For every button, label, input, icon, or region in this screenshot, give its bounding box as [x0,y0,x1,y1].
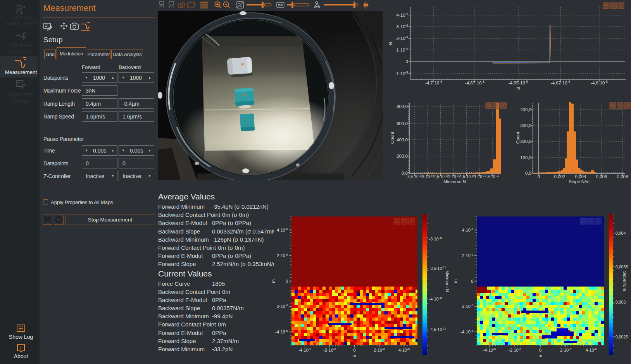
svg-text:-2·10-6: -2·10-6 [509,347,521,352]
svg-text:400,0: 400,0 [397,137,408,142]
svg-text:0,004: 0,004 [615,231,626,235]
svg-text:Minimum N: Minimum N [443,179,466,184]
svg-text:2·10-6: 2·10-6 [374,347,385,352]
svg-text:0: 0 [286,279,288,283]
svg-text:4·10-6: 4·10-6 [462,227,474,232]
svg-text:2·10-6: 2·10-6 [277,253,288,258]
svg-text:0,0: 0,0 [525,171,531,175]
svg-text:-4·10-6: -4·10-6 [298,347,311,352]
svg-text:Slope N/m: Slope N/m [569,179,590,184]
svg-text:2·10-6: 2·10-6 [462,253,474,258]
svg-text:m: m [271,279,276,283]
svg-text:200,0: 200,0 [520,139,531,144]
svg-text:4·10-6: 4·10-6 [398,347,410,352]
svg-text:3·10-9: 3·10-9 [397,24,409,29]
svg-text:m: m [453,279,458,283]
svg-text:-2·10-6: -2·10-6 [460,304,473,309]
svg-text:4·10-6: 4·10-6 [586,347,597,352]
svg-text:-4·10-6: -4·10-6 [483,347,496,352]
svg-text:0: 0 [471,279,473,283]
svg-text:-4·10-11: -4·10-11 [429,296,443,301]
svg-text:400,0: 400,0 [520,107,531,112]
svg-text:0,003: 0,003 [615,300,626,304]
svg-text:100,0: 100,0 [520,155,531,160]
svg-text:-4,7·10-5: -4,7·10-5 [425,80,442,85]
svg-text:0,0025: 0,0025 [615,335,628,339]
svg-text:m: m [352,353,356,358]
svg-text:-4,5·10-11: -4,5·10-11 [429,327,446,332]
svg-text:-2·10-6: -2·10-6 [275,304,288,309]
svg-text:1·10-9: 1·10-9 [397,47,409,52]
svg-text:4·10-6: 4·10-6 [277,227,288,232]
svg-text:-4·10-6: -4·10-6 [460,329,473,334]
svg-text:N: N [388,42,393,45]
svg-text:-3·10-11: -3·10-11 [429,236,443,241]
svg-text:m: m [538,353,542,358]
svg-text:8: 8 [245,118,247,122]
svg-text:2·10-9: 2·10-9 [397,35,409,41]
svg-text:-4,65·10-5: -4,65·10-5 [509,80,528,85]
svg-text:-4,62·10-5: -4,62·10-5 [551,80,571,85]
svg-text:4·10-9: 4·10-9 [397,12,409,17]
svg-text:-4,67·10-5: -4,67·10-5 [465,80,485,85]
svg-text:Calibrate: Calibrate [11,14,31,20]
svg-text:Count: Count [515,132,520,144]
svg-text:800,0: 800,0 [397,104,408,109]
svg-text:m: m [516,86,520,90]
svg-text:2·10-6: 2·10-6 [560,347,572,352]
svg-text:Count: Count [390,132,395,144]
svg-text:-4·10-6: -4·10-6 [275,329,288,334]
svg-text:ISO: ISO [278,3,283,7]
svg-text:Minimum N: Minimum N [445,270,450,292]
svg-text:-1·10-9: -1·10-9 [395,70,409,76]
svg-text:88: 88 [242,93,246,97]
svg-text:0: 0 [353,348,355,352]
svg-text:Show Log: Show Log [9,334,33,340]
svg-text:Settings: Settings [12,98,30,104]
svg-text:0: 0 [406,59,408,64]
svg-text:Calibrate: Calibrate [11,42,31,48]
svg-text:-2·10-6: -2·10-6 [323,347,336,352]
svg-text:Slope N/m: Slope N/m [622,271,627,291]
svg-text:0: 0 [539,348,541,352]
svg-text:200,0: 200,0 [397,154,408,158]
svg-text:-4,6·10-5: -4,6·10-5 [591,80,608,85]
svg-text:-3,5·10-11: -3,5·10-11 [429,266,446,271]
svg-text:600,0: 600,0 [397,121,408,126]
svg-text:300,0: 300,0 [520,123,531,128]
svg-text:Experiment: Experiment [8,91,34,97]
svg-text:Cantilever: Cantilever [10,49,33,55]
svg-text:88: 88 [241,62,244,66]
svg-text:Stage/Camera: Stage/Camera [5,21,38,26]
svg-text:About: About [14,353,28,359]
svg-text:Measurement: Measurement [5,69,37,75]
svg-text:0,0035: 0,0035 [615,264,628,269]
